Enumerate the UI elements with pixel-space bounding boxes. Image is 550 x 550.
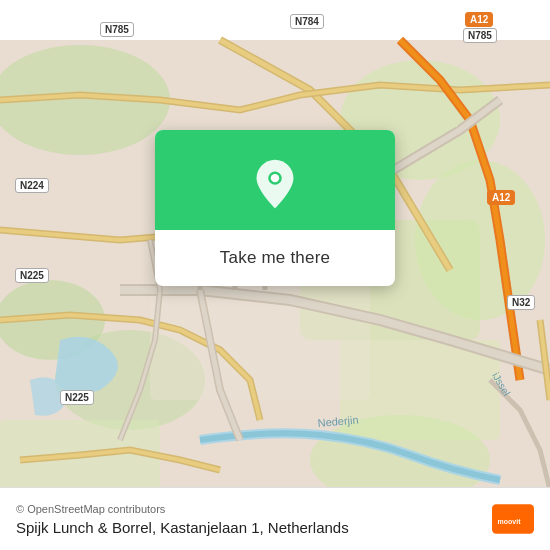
- road-badge-a12-top: A12: [465, 12, 493, 27]
- location-card: Take me there: [155, 130, 395, 286]
- road-badge-n785-right: N785: [463, 28, 497, 43]
- svg-text:moovit: moovit: [498, 518, 522, 525]
- moovit-logo-icon: moovit: [492, 498, 534, 540]
- road-badge-n784: N784: [290, 14, 324, 29]
- map-pin-icon: [249, 158, 301, 210]
- take-me-there-button[interactable]: Take me there: [212, 244, 338, 272]
- copyright-text: © OpenStreetMap contributors: [16, 503, 349, 515]
- road-badge-n32: N32: [507, 295, 535, 310]
- road-badge-a12-right: A12: [487, 190, 515, 205]
- road-badge-n225-left: N225: [15, 268, 49, 283]
- road-badge-n785-top: N785: [100, 22, 134, 37]
- card-green-area: [155, 130, 395, 230]
- moovit-logo: moovit: [492, 498, 534, 540]
- bottom-bar-info: © OpenStreetMap contributors Spijk Lunch…: [16, 503, 349, 536]
- card-button-section: Take me there: [155, 230, 395, 286]
- road-badge-n225-bottom: N225: [60, 390, 94, 405]
- road-badge-n224: N224: [15, 178, 49, 193]
- map-container: Nederjin iJssel N784 N785 N785 A12 N224 …: [0, 0, 550, 550]
- location-text: Spijk Lunch & Borrel, Kastanjelaan 1, Ne…: [16, 519, 349, 536]
- bottom-bar: © OpenStreetMap contributors Spijk Lunch…: [0, 487, 550, 550]
- svg-point-15: [271, 174, 279, 182]
